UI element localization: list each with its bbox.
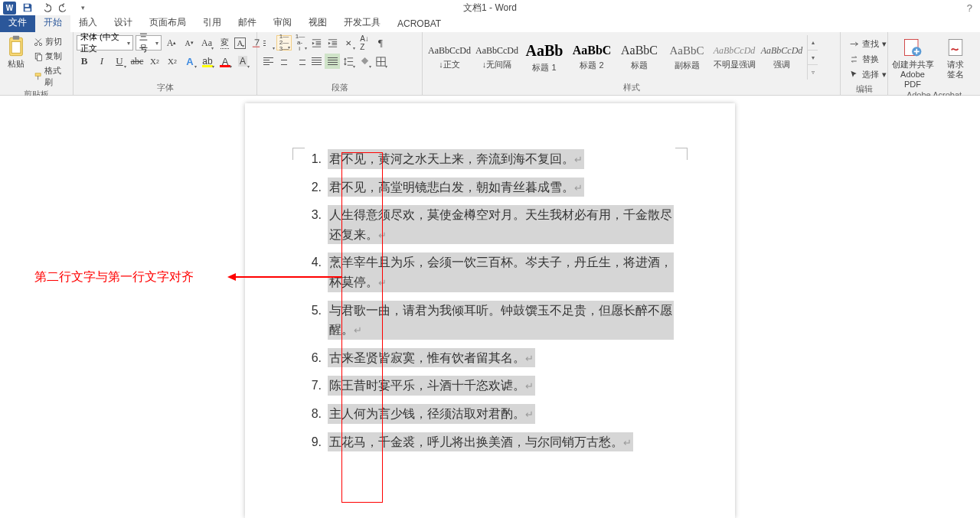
align-left-button[interactable] (260, 54, 276, 69)
multilevel-list-button[interactable]: 1— a- i (292, 35, 308, 50)
find-button[interactable]: 查找 ▾ (847, 37, 889, 51)
show-marks-button[interactable]: ¶ (373, 35, 388, 50)
paste-button[interactable]: 粘贴 (3, 35, 29, 70)
text-direction-button[interactable]: ✕ (341, 35, 356, 50)
tab-view[interactable]: 视图 (300, 14, 335, 32)
borders-button[interactable] (373, 54, 388, 69)
style-item-1[interactable]: AaBbCcDd↓无间隔 (473, 35, 521, 80)
char-shading-button[interactable]: A (235, 54, 250, 69)
tab-home[interactable]: 开始 (35, 14, 70, 32)
style-item-4[interactable]: AaBbC标题 (616, 35, 663, 80)
tab-review[interactable]: 审阅 (265, 14, 300, 32)
tab-layout[interactable]: 页面布局 (141, 14, 194, 32)
tab-mailings[interactable]: 邮件 (230, 14, 265, 32)
style-item-5[interactable]: AaBbC副标题 (663, 35, 710, 80)
styles-scroll[interactable]: ▴▾▿ (807, 35, 818, 80)
svg-point-5 (34, 43, 37, 45)
font-name-combo[interactable]: 宋体 (中文正文 (77, 35, 133, 50)
request-signature-button[interactable]: 请求 签名 (934, 35, 977, 80)
qat-customize-icon[interactable]: ▾ (76, 1, 90, 15)
qat-redo-icon[interactable] (57, 1, 71, 15)
increase-indent-button[interactable] (325, 35, 340, 50)
bullets-button[interactable] (260, 35, 276, 50)
style-item-3[interactable]: AaBbC标题 2 (568, 35, 616, 80)
sort-button[interactable]: A↓Z (357, 35, 372, 50)
margin-corner-tl (292, 148, 305, 160)
shading-button[interactable] (357, 54, 372, 69)
bold-button[interactable]: B (77, 54, 92, 69)
tab-design[interactable]: 设计 (106, 14, 141, 32)
qat-save-icon[interactable] (21, 1, 34, 15)
paste-label: 粘贴 (8, 58, 24, 70)
svg-rect-8 (37, 54, 41, 60)
group-adobe: 创建并共享 Adobe PDF 请求 签名 Adobe Acrobat (888, 32, 980, 95)
create-share-pdf-button[interactable]: 创建并共享 Adobe PDF (891, 35, 934, 90)
shrink-font-button[interactable]: A▾ (181, 35, 197, 50)
group-clipboard: 粘贴 剪切 复制 格式刷 剪贴板 (0, 32, 74, 95)
char-border-button[interactable]: A (234, 37, 246, 49)
page[interactable]: 1.君不见，黄河之水天上来，奔流到海不复回。↵2.君不见，高堂明镜悲白发，朝如青… (245, 103, 735, 518)
strikethrough-button[interactable]: abc (129, 54, 145, 69)
qat-undo-icon[interactable] (39, 1, 53, 15)
editing-label: 编辑 (844, 83, 884, 96)
paragraph-label: 段落 (260, 82, 419, 95)
annotation-arrow-line (235, 276, 342, 278)
line-spacing-button[interactable] (341, 54, 356, 69)
align-center-button[interactable] (276, 54, 292, 69)
ribbon-tabs: 文件 开始 插入 设计 页面布局 引用 邮件 审阅 视图 开发工具 ACROBA… (0, 15, 980, 32)
style-item-6[interactable]: AaBbCcDd不明显强调 (710, 35, 758, 80)
tab-acrobat[interactable]: ACROBAT (389, 16, 449, 32)
font-label: 字体 (77, 82, 253, 95)
margin-corner-tr (675, 148, 688, 160)
format-painter-button[interactable]: 格式刷 (32, 64, 70, 89)
svg-rect-1 (25, 8, 31, 11)
decrease-indent-button[interactable] (309, 35, 324, 50)
change-case-button[interactable]: Aa (199, 35, 214, 50)
group-editing: 查找 ▾ 替换 选择 ▾ 编辑 (841, 32, 888, 95)
tab-insert[interactable]: 插入 (70, 14, 106, 32)
phonetic-guide-button[interactable]: 変 (217, 35, 232, 50)
copy-button[interactable]: 复制 (32, 50, 70, 63)
window-title: 文档1 - Word (463, 2, 517, 15)
underline-button[interactable]: U (112, 54, 127, 69)
tab-references[interactable]: 引用 (194, 14, 230, 32)
title-bar: W ▾ 文档1 - Word ? (0, 0, 980, 15)
svg-rect-3 (13, 36, 19, 40)
styles-label: 样式 (426, 82, 837, 95)
group-paragraph: 1—2—3— 1— a- i ✕ A↓Z ¶ 段落 (257, 32, 423, 95)
replace-button[interactable]: 替换 (847, 52, 889, 67)
italic-button[interactable]: I (94, 54, 109, 69)
superscript-button[interactable]: X2 (165, 54, 180, 69)
style-item-2[interactable]: AaBb标题 1 (521, 35, 568, 80)
document-area[interactable]: 1.君不见，黄河之水天上来，奔流到海不复回。↵2.君不见，高堂明镜悲白发，朝如青… (0, 96, 980, 518)
numbering-button[interactable]: 1—2—3— (276, 35, 292, 50)
font-size-combo[interactable]: 三号 (136, 35, 162, 50)
highlight-button[interactable]: ab (200, 54, 215, 69)
annotation-red-box (341, 152, 383, 503)
tab-file[interactable]: 文件 (0, 14, 35, 32)
svg-rect-4 (11, 41, 21, 53)
tab-developer[interactable]: 开发工具 (335, 14, 389, 32)
justify-button[interactable] (309, 54, 324, 69)
style-item-0[interactable]: AaBbCcDd↓正文 (426, 35, 473, 80)
svg-rect-9 (35, 73, 41, 77)
subscript-button[interactable]: X2 (147, 54, 162, 69)
word-app-icon: W (3, 2, 16, 15)
svg-rect-13 (949, 40, 962, 56)
ribbon: 粘贴 剪切 复制 格式刷 剪贴板 宋体 (中文正文 三号 A▴ A▾ Aa 変 … (0, 32, 980, 96)
svg-rect-0 (25, 5, 29, 8)
style-item-7[interactable]: AaBbCcDd强调 (758, 35, 805, 80)
group-font: 宋体 (中文正文 三号 A▴ A▾ Aa 変 A B I U abc X2 X2… (74, 32, 257, 95)
svg-point-6 (39, 43, 41, 45)
font-color-button[interactable]: A (217, 54, 233, 69)
styles-gallery[interactable]: AaBbCcDd↓正文AaBbCcDd↓无间隔AaBb标题 1AaBbC标题 2… (426, 35, 818, 80)
text-effects-button[interactable]: A (182, 54, 198, 69)
distributed-button[interactable] (325, 54, 340, 69)
group-styles: AaBbCcDd↓正文AaBbCcDd↓无间隔AaBb标题 1AaBbC标题 2… (423, 32, 841, 95)
select-button[interactable]: 选择 ▾ (847, 67, 889, 82)
cut-button[interactable]: 剪切 (32, 35, 70, 48)
grow-font-button[interactable]: A▴ (164, 35, 179, 50)
help-icon[interactable]: ? (967, 2, 972, 14)
align-right-button[interactable] (292, 54, 308, 69)
annotation-text: 第二行文字与第一行文字对齐 (34, 269, 194, 285)
